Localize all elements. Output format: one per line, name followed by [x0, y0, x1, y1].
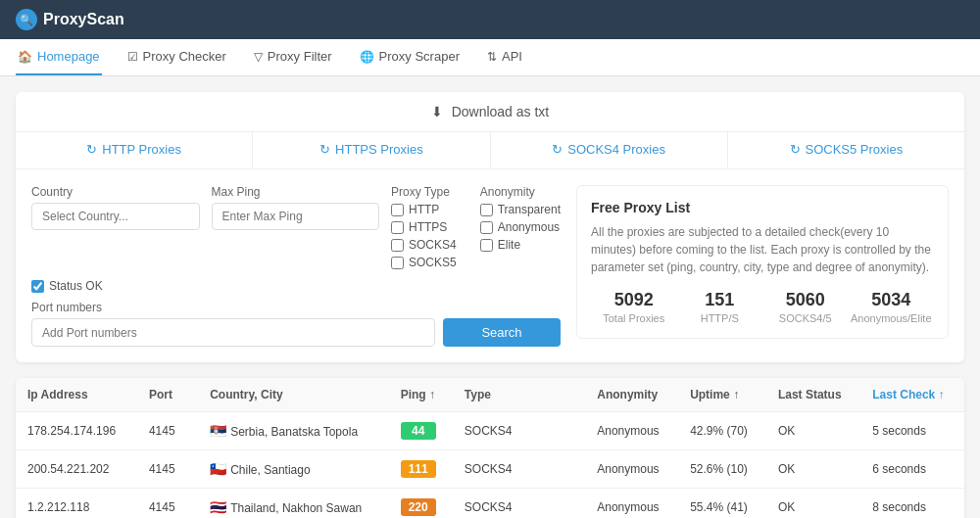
max-ping-input[interactable] — [212, 203, 380, 230]
cell-location: 🇷🇸Serbia, Banatska Topola — [198, 412, 388, 450]
col-anonymity: Anonymity — [585, 378, 678, 412]
ping-badge: 220 — [401, 498, 436, 516]
nav-api-label: API — [502, 49, 522, 64]
cell-ip: 200.54.221.202 — [16, 450, 137, 489]
proxy-tabs: ↻ HTTP Proxies ↻ HTTPS Proxies ↻ SOCKS4 … — [16, 132, 964, 169]
tab-socks4-icon: ↻ — [552, 142, 563, 157]
checkbox-socks4[interactable]: SOCKS4 — [391, 238, 457, 252]
country-input[interactable] — [31, 203, 200, 230]
cell-ip: 178.254.174.196 — [16, 412, 137, 450]
stat-https-number: 151 — [677, 290, 763, 310]
proxy-table: Ip Address Port Country, City Ping ↑ Typ… — [16, 378, 964, 518]
nav-proxy-filter[interactable]: ▽ Proxy Filter — [252, 39, 334, 75]
nav-homepage-label: Homepage — [37, 49, 100, 64]
tab-https[interactable]: ↻ HTTPS Proxies — [253, 132, 490, 168]
stat-socks-number: 5060 — [762, 290, 849, 310]
flag-icon: 🇨🇱 — [210, 461, 226, 477]
nav-api[interactable]: ⇅ API — [485, 39, 524, 75]
ping-badge: 44 — [401, 422, 436, 440]
stat-anon-number: 5034 — [849, 290, 935, 310]
col-last-check[interactable]: Last Check ↑ — [860, 378, 964, 412]
cell-ping: 44 — [389, 412, 453, 450]
status-ok-checkbox[interactable] — [31, 280, 44, 293]
info-box: Free Proxy List All the proxies are subj… — [576, 185, 949, 347]
cell-last-status: OK — [766, 412, 860, 450]
stats-row: 5092 Total Proxies 151 HTTP/S 5060 SOCKS… — [591, 290, 934, 324]
checkbox-anonymous[interactable]: Anonymous — [480, 220, 561, 234]
nav-homepage[interactable]: 🏠 Homepage — [16, 39, 102, 75]
cell-last-check: 5 seconds — [860, 412, 964, 450]
checkbox-transparent[interactable]: Transparent — [480, 203, 561, 216]
cell-last-status: OK — [766, 489, 860, 519]
cell-uptime: 52.6% (10) — [678, 450, 766, 489]
cell-anonymity: Anonymous — [585, 489, 678, 519]
download-label: Download as txt — [452, 104, 550, 119]
cell-ping: 111 — [389, 450, 453, 489]
cell-port: 4145 — [137, 489, 198, 519]
proxy-table-card: Ip Address Port Country, City Ping ↑ Typ… — [16, 378, 964, 518]
col-port: Port — [137, 378, 198, 412]
cell-port: 4145 — [137, 412, 198, 450]
nav-proxy-filter-label: Proxy Filter — [268, 49, 332, 64]
max-ping-label: Max Ping — [212, 185, 380, 199]
status-ok-row: Status OK — [31, 279, 561, 293]
col-last-status: Last Status — [766, 378, 860, 412]
cell-ping: 220 — [389, 489, 453, 519]
stat-total: 5092 Total Proxies — [591, 290, 677, 324]
stat-total-number: 5092 — [591, 290, 677, 310]
stat-https-label: HTTP/S — [677, 312, 763, 324]
port-input[interactable] — [31, 318, 435, 347]
nav-proxy-checker[interactable]: ☑ Proxy Checker — [125, 39, 228, 75]
cell-anonymity: Anonymous — [585, 412, 678, 450]
download-bar[interactable]: ⬇ Download as txt — [16, 92, 964, 132]
table-row: 200.54.221.202 4145 🇨🇱Chile, Santiago 11… — [16, 450, 964, 489]
proxy-type-label: Proxy Type — [391, 185, 457, 199]
cell-uptime: 42.9% (70) — [678, 412, 766, 450]
stat-total-label: Total Proxies — [591, 312, 677, 324]
cell-type: SOCKS4 — [453, 489, 585, 519]
filter-area: Country Max Ping Proxy Type HTTP — [16, 169, 964, 362]
tab-http-icon: ↻ — [86, 142, 97, 157]
cell-ip: 1.2.212.118 — [16, 489, 137, 519]
col-location: Country, City — [198, 378, 388, 412]
port-group: Port numbers Search — [31, 301, 561, 347]
cell-port: 4145 — [137, 450, 198, 489]
api-icon: ⇅ — [487, 50, 497, 64]
home-icon: 🏠 — [18, 50, 32, 64]
tab-socks4[interactable]: ↻ SOCKS4 Proxies — [491, 132, 728, 168]
checkbox-https[interactable]: HTTPS — [391, 220, 457, 234]
proxy-type-group: Proxy Type HTTP HTTPS SOCKS4 SOCKS5 — [391, 185, 457, 269]
stat-socks-label: SOCKS4/5 — [762, 312, 849, 324]
cell-anonymity: Anonymous — [585, 450, 678, 489]
nav-proxy-scraper[interactable]: 🌐 Proxy Scraper — [358, 39, 462, 75]
tab-http-label: HTTP Proxies — [102, 142, 181, 157]
checkbox-elite[interactable]: Elite — [480, 238, 561, 252]
cell-location: 🇨🇱Chile, Santiago — [198, 450, 388, 489]
type-anon-group: Proxy Type HTTP HTTPS SOCKS4 SOCKS5 Anon… — [391, 185, 561, 269]
info-title: Free Proxy List — [591, 200, 934, 215]
checkbox-http[interactable]: HTTP — [391, 203, 457, 216]
stat-anon-label: Anonymous/Elite — [849, 312, 935, 324]
stat-anon: 5034 Anonymous/Elite — [849, 290, 935, 324]
col-uptime[interactable]: Uptime ↑ — [678, 378, 766, 412]
cell-type: SOCKS4 — [453, 412, 585, 450]
country-group: Country — [31, 185, 200, 269]
tab-socks4-label: SOCKS4 Proxies — [567, 142, 665, 157]
search-button[interactable]: Search — [443, 318, 561, 347]
logo-icon: 🔍 — [16, 9, 37, 30]
checkbox-socks5[interactable]: SOCKS5 — [391, 256, 457, 269]
stat-https: 151 HTTP/S — [677, 290, 763, 324]
filter-card: ⬇ Download as txt ↻ HTTP Proxies ↻ HTTPS… — [16, 92, 964, 362]
tab-socks5[interactable]: ↻ SOCKS5 Proxies — [728, 132, 964, 168]
ping-badge: 111 — [401, 460, 436, 478]
country-label: Country — [31, 185, 200, 199]
download-icon: ⬇ — [431, 104, 443, 119]
col-ping[interactable]: Ping ↑ — [389, 378, 453, 412]
cell-type: SOCKS4 — [453, 450, 585, 489]
table-row: 1.2.212.118 4145 🇹🇭Thailand, Nakhon Sawa… — [16, 489, 964, 519]
tab-http[interactable]: ↻ HTTP Proxies — [16, 132, 253, 168]
col-ip: Ip Address — [16, 378, 137, 412]
status-ok-label: Status OK — [49, 279, 103, 293]
stat-socks: 5060 SOCKS4/5 — [762, 290, 849, 324]
checker-icon: ☑ — [127, 50, 138, 64]
